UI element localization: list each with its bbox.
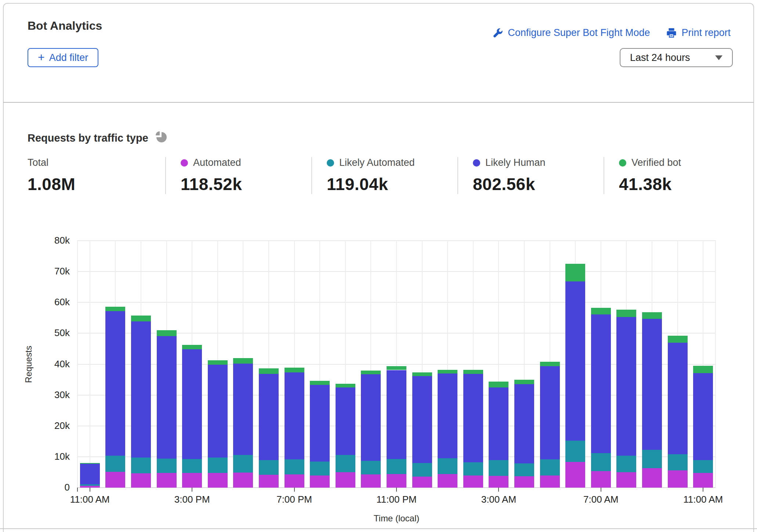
bar-11-00-am[interactable] (80, 241, 100, 488)
bar-segment-verified-bot[interactable] (668, 336, 688, 343)
bar-segment-automated[interactable] (668, 470, 688, 488)
bar-segment-likely-human[interactable] (361, 374, 381, 461)
bar-12-00-am[interactable] (412, 241, 432, 488)
bar-segment-verified-bot[interactable] (616, 310, 636, 317)
bar-segment-likely-automated[interactable] (438, 458, 457, 474)
bar-segment-likely-human[interactable] (387, 370, 406, 459)
bar-11-00-am[interactable] (693, 241, 713, 488)
bar-segment-likely-automated[interactable] (387, 459, 406, 474)
bar-segment-verified-bot[interactable] (540, 362, 560, 367)
bar-segment-verified-bot[interactable] (182, 345, 202, 350)
bar-segment-verified-bot[interactable] (565, 264, 585, 281)
bar-segment-likely-human[interactable] (208, 365, 228, 458)
bar-11-00-pm[interactable] (387, 241, 406, 488)
bar-6-00-pm[interactable] (259, 241, 279, 488)
bar-segment-likely-human[interactable] (131, 321, 151, 458)
bar-segment-likely-human[interactable] (668, 343, 688, 455)
bar-segment-automated[interactable] (361, 474, 381, 488)
bar-5-00-am[interactable] (540, 241, 560, 488)
bar-segment-verified-bot[interactable] (514, 380, 534, 384)
bar-segment-verified-bot[interactable] (208, 360, 228, 365)
bar-segment-likely-automated[interactable] (285, 459, 304, 474)
bar-segment-likely-automated[interactable] (336, 455, 355, 472)
configure-super-bot-fight-mode-link[interactable]: Configure Super Bot Fight Mode (492, 27, 650, 39)
bar-1-00-am[interactable] (438, 241, 457, 488)
bar-segment-likely-automated[interactable] (259, 460, 279, 475)
bar-segment-likely-automated[interactable] (616, 456, 636, 472)
bar-segment-likely-human[interactable] (105, 311, 125, 456)
bar-segment-automated[interactable] (412, 477, 432, 488)
bar-segment-verified-bot[interactable] (412, 372, 432, 376)
bar-3-00-pm[interactable] (182, 241, 202, 488)
bar-segment-likely-human[interactable] (233, 364, 253, 455)
bar-segment-likely-automated[interactable] (208, 458, 228, 473)
bar-segment-likely-human[interactable] (616, 317, 636, 456)
bar-segment-likely-automated[interactable] (463, 462, 483, 475)
bar-segment-likely-automated[interactable] (157, 459, 177, 473)
bar-segment-automated[interactable] (285, 474, 304, 488)
bar-4-00-pm[interactable] (208, 241, 228, 488)
stat-likely-automated[interactable]: Likely Automated 119.04k (311, 157, 457, 194)
bar-segment-automated[interactable] (438, 474, 457, 488)
bar-segment-automated[interactable] (336, 472, 355, 488)
bar-segment-automated[interactable] (642, 468, 662, 488)
bar-segment-verified-bot[interactable] (310, 381, 330, 385)
bar-segment-automated[interactable] (463, 475, 483, 488)
bar-5-00-pm[interactable] (233, 241, 253, 488)
bar-segment-likely-automated[interactable] (361, 461, 381, 474)
bar-segment-likely-human[interactable] (565, 281, 585, 441)
bar-segment-automated[interactable] (259, 475, 279, 488)
bar-7-00-am[interactable] (591, 241, 611, 488)
bar-segment-likely-human[interactable] (463, 374, 483, 462)
bar-6-00-am[interactable] (565, 241, 585, 488)
bar-segment-automated[interactable] (540, 475, 560, 488)
bar-segment-verified-bot[interactable] (157, 330, 177, 336)
bar-segment-automated[interactable] (616, 472, 636, 488)
bar-segment-likely-human[interactable] (310, 385, 330, 462)
bar-segment-verified-bot[interactable] (285, 368, 304, 372)
bar-segment-automated[interactable] (233, 473, 253, 488)
bar-10-00-pm[interactable] (361, 241, 381, 488)
bar-segment-likely-automated[interactable] (642, 450, 662, 468)
bar-segment-automated[interactable] (693, 473, 713, 488)
bar-segment-likely-automated[interactable] (489, 460, 508, 476)
bar-8-00-am[interactable] (616, 241, 636, 488)
bar-segment-verified-bot[interactable] (361, 371, 381, 374)
bar-segment-automated[interactable] (591, 471, 611, 488)
bar-8-00-pm[interactable] (310, 241, 330, 488)
add-filter-button[interactable]: + Add filter (28, 48, 98, 67)
bar-2-00-pm[interactable] (157, 241, 177, 488)
stat-automated[interactable]: Automated 118.52k (165, 157, 311, 194)
bar-segment-likely-human[interactable] (540, 366, 560, 459)
bar-segment-verified-bot[interactable] (591, 308, 611, 314)
bar-segment-likely-automated[interactable] (412, 463, 432, 477)
bar-3-00-am[interactable] (489, 241, 508, 488)
bar-segment-automated[interactable] (208, 473, 228, 488)
bar-segment-verified-bot[interactable] (438, 370, 457, 374)
bar-segment-likely-automated[interactable] (105, 456, 125, 472)
bar-segment-automated[interactable] (182, 473, 202, 488)
bar-segment-automated[interactable] (514, 476, 534, 488)
bar-segment-verified-bot[interactable] (105, 307, 125, 311)
bar-segment-verified-bot[interactable] (489, 382, 508, 387)
bar-segment-automated[interactable] (310, 475, 330, 488)
bar-segment-verified-bot[interactable] (131, 316, 151, 321)
bar-segment-likely-human[interactable] (642, 319, 662, 450)
bar-9-00-pm[interactable] (336, 241, 355, 488)
bar-segment-likely-human[interactable] (285, 372, 304, 459)
bar-segment-automated[interactable] (489, 476, 508, 488)
bar-segment-likely-automated[interactable] (540, 459, 560, 476)
bar-segment-likely-automated[interactable] (668, 454, 688, 470)
bar-segment-likely-automated[interactable] (233, 455, 253, 473)
bar-12-00-pm[interactable] (105, 241, 125, 488)
bar-segment-likely-human[interactable] (157, 336, 177, 459)
bar-segment-likely-human[interactable] (336, 387, 355, 455)
bar-segment-likely-human[interactable] (514, 384, 534, 463)
bar-segment-likely-human[interactable] (412, 376, 432, 463)
bar-7-00-pm[interactable] (285, 241, 304, 488)
bar-9-00-am[interactable] (642, 241, 662, 488)
bar-segment-likely-automated[interactable] (565, 441, 585, 462)
bar-segment-verified-bot[interactable] (336, 384, 355, 387)
bar-segment-verified-bot[interactable] (693, 366, 713, 373)
bar-segment-automated[interactable] (105, 472, 125, 488)
